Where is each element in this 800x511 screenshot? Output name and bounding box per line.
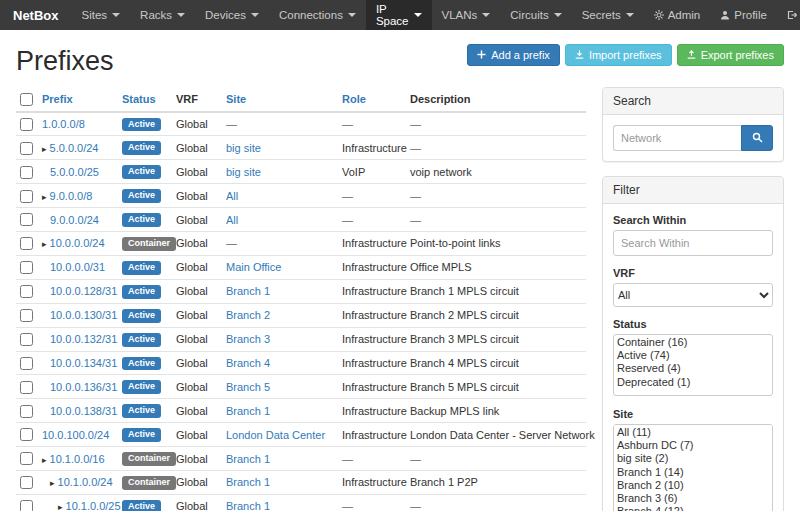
- export-icon: [687, 49, 696, 61]
- nav-admin[interactable]: Admin: [644, 0, 711, 30]
- expand-icon[interactable]: ▸: [50, 478, 55, 488]
- search-within-input[interactable]: [613, 230, 773, 256]
- prefix-link[interactable]: 10.1.0.0/25: [66, 500, 121, 511]
- prefix-link[interactable]: 10.1.0.0/16: [50, 453, 105, 465]
- site-link[interactable]: big site: [226, 166, 261, 178]
- nav-racks[interactable]: Racks: [130, 0, 195, 30]
- nav-circuits[interactable]: Circuits: [500, 0, 571, 30]
- prefix-link[interactable]: 10.0.0.0/31: [50, 261, 105, 273]
- brand[interactable]: NetBox: [0, 0, 72, 30]
- row-checkbox[interactable]: [20, 142, 33, 155]
- empty-value: —: [410, 142, 421, 154]
- row-checkbox[interactable]: [20, 452, 33, 465]
- row-checkbox[interactable]: [20, 118, 33, 131]
- prefix-link[interactable]: 9.0.0.0/24: [50, 214, 99, 226]
- status-badge: Active: [122, 285, 161, 299]
- site-link[interactable]: Branch 2: [226, 309, 270, 321]
- search-button[interactable]: [741, 125, 773, 151]
- row-checkbox[interactable]: [20, 357, 33, 370]
- prefix-link[interactable]: 10.0.100.0/24: [42, 429, 109, 441]
- nav-sites[interactable]: Sites: [72, 0, 131, 30]
- nav-secrets[interactable]: Secrets: [572, 0, 644, 30]
- prefix-link[interactable]: 10.0.0.0/24: [50, 237, 105, 249]
- column-header-role[interactable]: Role: [338, 87, 406, 112]
- import-prefixes-button[interactable]: Import prefixes: [565, 44, 672, 66]
- prefix-link[interactable]: 5.0.0.0/25: [50, 166, 99, 178]
- expand-icon[interactable]: ▸: [58, 502, 63, 511]
- vrf-value: Global: [176, 429, 208, 441]
- row-checkbox[interactable]: [20, 405, 33, 418]
- status-badge: Active: [122, 380, 161, 394]
- chevron-down-icon: [554, 13, 562, 17]
- row-checkbox[interactable]: [20, 333, 33, 346]
- site-link[interactable]: Branch 4: [226, 357, 270, 369]
- nav-connections[interactable]: Connections: [269, 0, 366, 30]
- export-prefixes-button[interactable]: Export prefixes: [677, 44, 784, 66]
- prefix-link[interactable]: 9.0.0.0/8: [50, 190, 93, 202]
- column-header-status[interactable]: Status: [118, 87, 172, 112]
- prefix-link[interactable]: 5.0.0.0/24: [50, 142, 99, 154]
- nav-profile[interactable]: Profile: [710, 0, 777, 30]
- select-all-checkbox[interactable]: [20, 93, 33, 106]
- site-link[interactable]: Branch 1: [226, 500, 270, 511]
- expand-icon[interactable]: ▸: [42, 144, 47, 154]
- row-checkbox[interactable]: [20, 237, 33, 250]
- row-checkbox[interactable]: [20, 190, 33, 203]
- prefix-link[interactable]: 10.1.0.0/24: [58, 476, 113, 488]
- prefix-link[interactable]: 1.0.0.0/8: [42, 118, 85, 130]
- nav-menu-label: IP Space: [376, 3, 409, 27]
- role-value: Infrastructure: [342, 476, 407, 488]
- status-badge: Active: [122, 357, 161, 371]
- site-link[interactable]: Branch 1: [226, 285, 270, 297]
- search-input[interactable]: [613, 125, 741, 151]
- row-checkbox[interactable]: [20, 428, 33, 441]
- role-value: Infrastructure: [342, 309, 407, 321]
- site-select[interactable]: All (11)Ashburn DC (7)big site (2)Branch…: [613, 424, 773, 511]
- site-link[interactable]: Branch 5: [226, 381, 270, 393]
- prefix-link[interactable]: 10.0.0.132/31: [50, 333, 117, 345]
- row-checkbox[interactable]: [20, 309, 33, 322]
- expand-icon[interactable]: ▸: [42, 192, 47, 202]
- site-link[interactable]: Main Office: [226, 261, 281, 273]
- site-link[interactable]: London Data Center: [226, 429, 325, 441]
- nav-devices[interactable]: Devices: [195, 0, 269, 30]
- row-checkbox[interactable]: [20, 213, 33, 226]
- column-header-site[interactable]: Site: [222, 87, 338, 112]
- empty-value: —: [410, 453, 421, 465]
- row-checkbox[interactable]: [20, 500, 33, 511]
- prefix-link[interactable]: 10.0.0.130/31: [50, 309, 117, 321]
- nav-ip-space[interactable]: IP Space: [366, 0, 432, 30]
- site-link[interactable]: All: [226, 214, 238, 226]
- row-checkbox[interactable]: [20, 476, 33, 489]
- add-prefix-button[interactable]: Add a prefix: [467, 44, 560, 66]
- table-row: ▸10.0.0.0/24ContainerGlobal—Infrastructu…: [16, 232, 586, 256]
- prefix-link[interactable]: 10.0.0.134/31: [50, 357, 117, 369]
- expand-icon[interactable]: ▸: [42, 239, 47, 249]
- nav-vlans[interactable]: VLANs: [432, 0, 501, 30]
- site-link[interactable]: Branch 3: [226, 333, 270, 345]
- role-value: Infrastructure: [342, 405, 407, 417]
- prefix-link[interactable]: 10.0.0.136/31: [50, 381, 117, 393]
- vrf-select[interactable]: All: [613, 283, 773, 307]
- site-link[interactable]: Branch 1: [226, 405, 270, 417]
- row-checkbox[interactable]: [20, 261, 33, 274]
- role-value: Infrastructure: [342, 237, 407, 249]
- site-link[interactable]: big site: [226, 142, 261, 154]
- prefix-link[interactable]: 10.0.0.128/31: [50, 285, 117, 297]
- row-checkbox[interactable]: [20, 166, 33, 179]
- description-value: voip network: [410, 166, 472, 178]
- site-link[interactable]: Branch 1: [226, 453, 270, 465]
- empty-value: —: [410, 500, 421, 511]
- nav-logout[interactable]: Log out: [777, 0, 800, 30]
- status-badge: Active: [122, 189, 161, 203]
- row-checkbox[interactable]: [20, 381, 33, 394]
- prefix-link[interactable]: 10.0.0.138/31: [50, 405, 117, 417]
- row-checkbox[interactable]: [20, 285, 33, 298]
- logout-icon: [787, 10, 797, 20]
- site-link[interactable]: Branch 1: [226, 476, 270, 488]
- status-select[interactable]: Container (16)Active (74)Reserved (4)Dep…: [613, 334, 773, 396]
- expand-icon[interactable]: ▸: [42, 455, 47, 465]
- column-header-prefix[interactable]: Prefix: [38, 87, 118, 112]
- site-link[interactable]: All: [226, 190, 238, 202]
- status-badge: Active: [122, 261, 161, 275]
